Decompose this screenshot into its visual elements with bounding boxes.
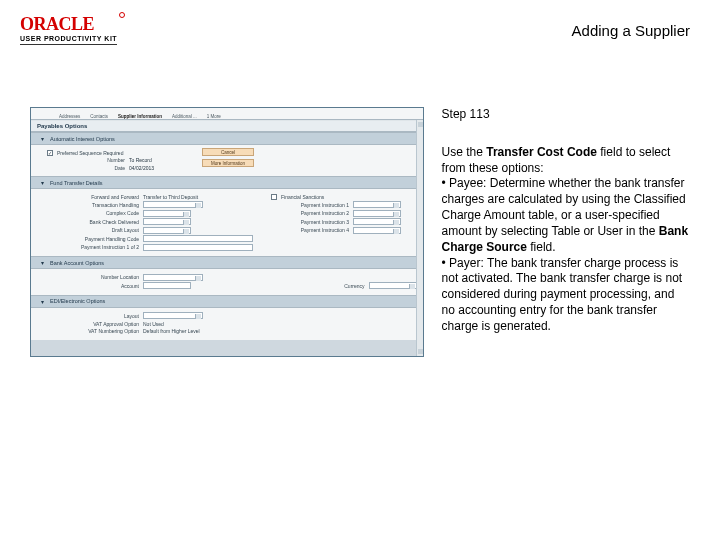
field-label: Payment Instruction 3 [271,219,349,225]
section-bar-fund[interactable]: ▾ Fund Transfer Details [31,176,423,189]
field-value: Not Used [143,321,164,327]
text-input[interactable] [143,244,253,251]
field-name-bold: Transfer Cost Code [486,145,597,159]
tab[interactable]: Addresses [59,114,80,119]
field-label: Number [47,157,125,163]
tab[interactable]: Contacts [90,114,108,119]
field-value: To Record [129,157,152,163]
dropdown[interactable] [143,210,191,217]
checkbox-icon[interactable] [47,150,53,156]
field-value: Default from Higher Level [143,328,200,334]
instruction-text: Use the Transfer Cost Code field to sele… [442,145,690,335]
field-label: Payment Instruction 2 [271,210,349,216]
dropdown[interactable] [143,227,191,234]
field-label: Complex Code [47,210,139,216]
step-label: Step 113 [442,107,690,123]
expand-icon: ▾ [41,259,44,266]
scrollbar[interactable] [416,120,423,356]
brand-logo: ORACLE [20,14,117,35]
more-info-button[interactable]: More Information [202,159,254,167]
checkbox-icon[interactable] [271,194,277,200]
section-bar-edi[interactable]: ▾ EDI/Electronic Options [31,295,423,308]
brand-subtitle: USER PRODUCTIVITY KIT [20,35,117,42]
brand-block: ORACLE USER PRODUCTIVITY KIT [20,14,117,45]
dropdown[interactable] [353,218,401,225]
section-label: EDI/Electronic Options [50,298,105,304]
field-label: Draft Layout [47,227,139,233]
field-label: Layout [47,313,139,319]
dropdown[interactable] [143,274,203,281]
instruction-panel: Step 113 Use the Transfer Cost Code fiel… [442,107,690,335]
field-label: Bank Check Delivered [47,219,139,225]
bullet-text: • Payee: Determine whether the bank tran… [442,176,686,237]
dropdown[interactable] [353,201,401,208]
field-label: Number Location [47,274,139,280]
app-screenshot: Addresses Contacts Supplier Information … [30,107,424,357]
field-label: Currency [344,283,364,289]
bullet-text: • Payer: The bank transfer charge proces… [442,256,683,333]
brand-underline [20,44,117,45]
text: field. [527,240,556,254]
cancel-button[interactable]: Cancel [202,148,254,156]
field-label: VAT Numbering Option [47,328,139,334]
dropdown[interactable] [369,282,417,289]
dropdown[interactable] [353,227,401,234]
section-label: Automatic Interest Options [50,136,115,142]
field-label: Date [47,165,125,171]
panel-title: Payables Options [31,120,423,132]
section-bar-bank[interactable]: ▾ Bank Account Options [31,256,423,269]
field-value: 04/02/2013 [129,165,154,171]
expand-icon: ▾ [41,298,44,305]
field-value: Transfer to Third Deposit [143,194,198,200]
field-label: Forward and Forward [47,194,139,200]
dropdown[interactable] [143,312,203,319]
field-label: Payment Instruction 4 [271,227,349,233]
field-label: Transaction Handling [47,202,139,208]
text-input[interactable] [143,282,191,289]
expand-icon: ▾ [41,135,44,142]
section-fund: Forward and ForwardTransfer to Third Dep… [31,189,423,256]
section-edi: Layout VAT Approval OptionNot Used VAT N… [31,308,423,340]
field-label: Preferred Sequence Required [57,150,123,156]
text-input[interactable] [143,235,253,242]
field-label: Payment Instruction 1 of 2 [47,244,139,250]
field-label: VAT Approval Option [47,321,139,327]
page-title: Adding a Supplier [572,22,690,39]
tab[interactable]: Additional ... [172,114,197,119]
section-bank: Number Location Account Currency [31,269,423,295]
section-label: Bank Account Options [50,260,104,266]
section-interest: Preferred Sequence Required NumberTo Rec… [31,145,423,176]
tab[interactable]: 1 More [207,114,221,119]
dropdown[interactable] [353,210,401,217]
section-bar-interest[interactable]: ▾ Automatic Interest Options [31,132,423,145]
field-label: Financial Sanctions [281,194,324,200]
tab[interactable]: Supplier Information [118,114,162,119]
text: Use the [442,145,487,159]
dropdown[interactable] [143,201,203,208]
tab-strip: Addresses Contacts Supplier Information … [31,108,423,120]
field-label: Payment Handling Code [47,236,139,242]
field-label: Account [47,283,139,289]
expand-icon: ▾ [41,179,44,186]
dropdown[interactable] [143,218,191,225]
section-label: Fund Transfer Details [50,180,103,186]
field-label: Payment Instruction 1 [271,202,349,208]
